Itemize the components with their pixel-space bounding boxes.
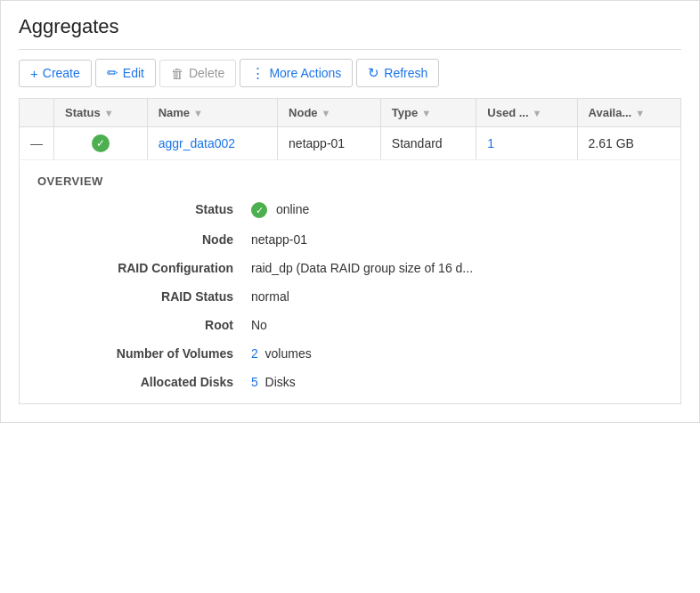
node-label: Node bbox=[55, 232, 251, 247]
more-actions-label: More Actions bbox=[269, 66, 341, 80]
node-filter-icon[interactable]: ▼ bbox=[322, 108, 331, 118]
col-type: Type ▼ bbox=[380, 99, 476, 127]
col-used: Used ... ▼ bbox=[476, 99, 577, 127]
row-type: Standard bbox=[380, 127, 476, 160]
col-name: Name ▼ bbox=[147, 99, 277, 127]
refresh-icon: ↻ bbox=[368, 65, 379, 81]
col-node: Node ▼ bbox=[278, 99, 381, 127]
toolbar: + Create ✏ Edit 🗑 Delete ⋮ More Actions … bbox=[19, 59, 681, 87]
more-actions-icon: ⋮ bbox=[251, 65, 265, 81]
col-available: Availa... ▼ bbox=[577, 99, 680, 127]
num-volumes-value: 2 volumes bbox=[251, 346, 663, 361]
aggregates-table: Status ▼ Name ▼ Node ▼ bbox=[19, 98, 681, 160]
title-divider bbox=[19, 49, 681, 50]
volumes-count-link[interactable]: 2 bbox=[251, 346, 258, 361]
type-filter-icon[interactable]: ▼ bbox=[421, 108, 431, 118]
status-label: Status bbox=[55, 202, 251, 218]
col-expander bbox=[20, 99, 54, 127]
row-status: ✓ bbox=[54, 127, 148, 160]
more-actions-button[interactable]: ⋮ More Actions bbox=[240, 59, 353, 87]
table-header-row: Status ▼ Name ▼ Node ▼ bbox=[20, 99, 681, 127]
used-filter-icon[interactable]: ▼ bbox=[533, 108, 542, 118]
col-status: Status ▼ bbox=[54, 99, 148, 127]
overview-status-icon: ✓ bbox=[251, 202, 267, 218]
raid-config-value: raid_dp (Data RAID group size of 16 d... bbox=[251, 261, 663, 275]
delete-icon: 🗑 bbox=[171, 66, 184, 81]
create-button[interactable]: + Create bbox=[19, 60, 92, 87]
name-filter-icon[interactable]: ▼ bbox=[193, 108, 203, 118]
edit-label: Edit bbox=[123, 66, 144, 80]
refresh-label: Refresh bbox=[384, 66, 427, 80]
overview-panel: OVERVIEW Status ✓ online Node netapp-01 … bbox=[19, 160, 681, 404]
overview-title: OVERVIEW bbox=[37, 175, 663, 188]
overview-grid: Status ✓ online Node netapp-01 RAID Conf… bbox=[37, 202, 663, 389]
raid-config-label: RAID Configuration bbox=[55, 261, 251, 275]
node-value: netapp-01 bbox=[251, 232, 663, 247]
row-node: netapp-01 bbox=[278, 127, 381, 160]
row-name: aggr_data002 bbox=[147, 127, 277, 160]
row-expander[interactable]: — bbox=[20, 127, 54, 160]
status-filter-icon[interactable]: ▼ bbox=[104, 108, 114, 118]
status-check-icon: ✓ bbox=[92, 134, 110, 152]
table-row: — ✓ aggr_data002 netapp-01 Standard 1 2.… bbox=[20, 127, 681, 160]
available-filter-icon[interactable]: ▼ bbox=[635, 108, 645, 118]
page-title: Aggregates bbox=[19, 15, 681, 38]
edit-button[interactable]: ✏ Edit bbox=[95, 59, 156, 87]
edit-icon: ✏ bbox=[107, 65, 118, 81]
create-icon: + bbox=[30, 66, 38, 81]
aggregate-name-link[interactable]: aggr_data002 bbox=[159, 136, 235, 150]
row-available: 2.61 GB bbox=[577, 127, 680, 160]
allocated-disks-label: Allocated Disks bbox=[55, 375, 251, 389]
allocated-disks-value: 5 Disks bbox=[251, 375, 663, 389]
root-label: Root bbox=[55, 318, 251, 332]
raid-status-label: RAID Status bbox=[55, 289, 251, 304]
disks-count-link[interactable]: 5 bbox=[251, 375, 258, 389]
refresh-button[interactable]: ↻ Refresh bbox=[356, 59, 439, 87]
root-value: No bbox=[251, 318, 663, 332]
num-volumes-label: Number of Volumes bbox=[55, 346, 251, 361]
page-container: Aggregates + Create ✏ Edit 🗑 Delete ⋮ Mo… bbox=[0, 0, 700, 423]
delete-button[interactable]: 🗑 Delete bbox=[159, 60, 236, 87]
create-label: Create bbox=[43, 66, 80, 80]
raid-status-value: normal bbox=[251, 289, 663, 304]
delete-label: Delete bbox=[189, 66, 224, 80]
status-value: ✓ online bbox=[251, 202, 663, 218]
row-used: 1 bbox=[476, 127, 577, 160]
